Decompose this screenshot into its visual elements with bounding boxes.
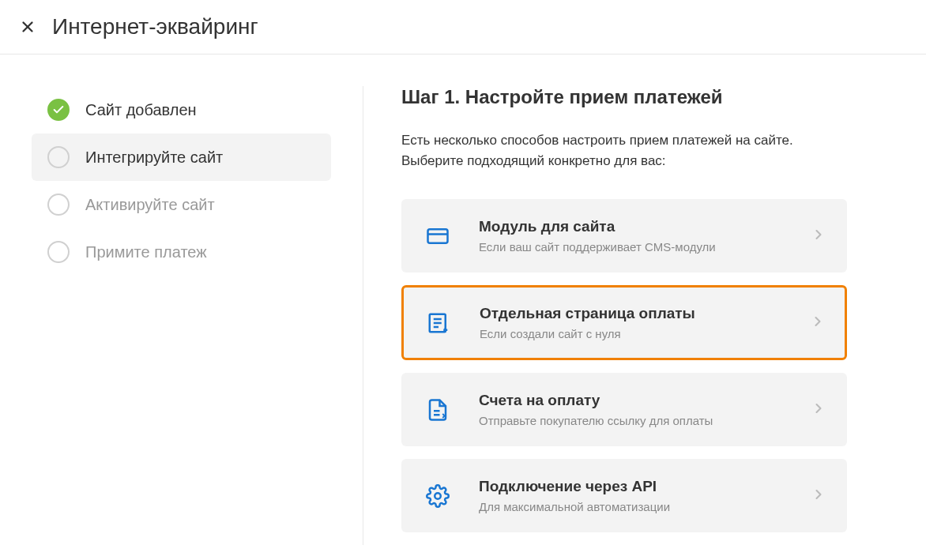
- step-indicator-done: [47, 99, 70, 121]
- option-title: Модуль для сайта: [479, 218, 811, 235]
- option-text: Подключение через API Для максимальной а…: [479, 478, 811, 513]
- step-indicator-empty: [47, 194, 70, 216]
- svg-rect-2: [428, 229, 448, 243]
- step-site-added[interactable]: Сайт добавлен: [32, 86, 331, 133]
- step-accept-payment[interactable]: Примите платеж: [32, 228, 331, 276]
- option-title: Счета на оплату: [479, 392, 811, 409]
- step-label: Интегрируйте сайт: [85, 148, 223, 167]
- option-api-connection[interactable]: Подключение через API Для максимальной а…: [401, 459, 847, 532]
- main-title: Шаг 1. Настройте прием платежей: [401, 86, 847, 108]
- option-payment-page[interactable]: Отдельная страница оплаты Если создали с…: [401, 285, 847, 360]
- chevron-right-icon: [811, 400, 826, 419]
- step-activate-site[interactable]: Активируйте сайт: [32, 181, 331, 228]
- chevron-right-icon: [811, 227, 826, 246]
- close-button[interactable]: [19, 18, 36, 36]
- step-label: Сайт добавлен: [85, 101, 197, 119]
- step-label: Примите платеж: [85, 243, 207, 261]
- step-integrate-site[interactable]: Интегрируйте сайт: [32, 133, 331, 181]
- gear-icon: [422, 480, 454, 512]
- main: Шаг 1. Настройте прием платежей Есть нес…: [363, 86, 926, 545]
- option-text: Отдельная страница оплаты Если создали с…: [480, 305, 810, 340]
- step-indicator-empty: [47, 146, 70, 168]
- page-title: Интернет-эквайринг: [52, 14, 258, 39]
- close-icon: [19, 18, 36, 36]
- chevron-right-icon: [811, 487, 826, 506]
- option-subtitle: Если ваш сайт поддерживает CMS-модули: [479, 240, 811, 254]
- option-invoices[interactable]: Счета на оплату Отправьте покупателю ссы…: [401, 373, 847, 446]
- option-subtitle: Для максимальной автоматизации: [479, 500, 811, 513]
- header: Интернет-эквайринг: [0, 0, 926, 54]
- card-icon: [422, 220, 454, 252]
- option-text: Счета на оплату Отправьте покупателю ссы…: [479, 392, 811, 427]
- sidebar: Сайт добавлен Интегрируйте сайт Активиру…: [32, 86, 363, 545]
- option-subtitle: Если создали сайт с нуля: [480, 327, 810, 340]
- step-label: Активируйте сайт: [85, 196, 215, 214]
- checkmark-icon: [52, 103, 65, 116]
- svg-point-12: [435, 493, 441, 499]
- option-title: Отдельная страница оплаты: [480, 305, 810, 322]
- option-text: Модуль для сайта Если ваш сайт поддержив…: [479, 218, 811, 254]
- option-subtitle: Отправьте покупателю ссылку для оплаты: [479, 414, 811, 427]
- step-indicator-empty: [47, 241, 70, 263]
- option-module-for-site[interactable]: Модуль для сайта Если ваш сайт поддержив…: [401, 199, 847, 272]
- page-icon: [423, 307, 454, 339]
- invoice-icon: [422, 394, 454, 426]
- chevron-right-icon: [810, 314, 826, 333]
- main-description: Есть несколько способов настроить прием …: [401, 130, 847, 171]
- option-title: Подключение через API: [479, 478, 811, 495]
- content: Сайт добавлен Интегрируйте сайт Активиру…: [0, 54, 926, 560]
